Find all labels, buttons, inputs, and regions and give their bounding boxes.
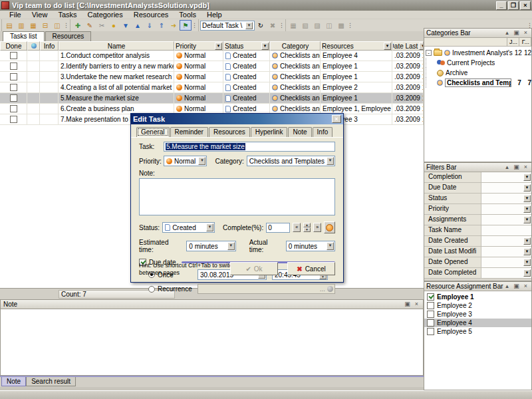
close-icon[interactable]: × [522,29,529,37]
spin-down-icon[interactable]: ▼ [303,227,311,232]
ok-button[interactable]: ✔ Ok [230,262,278,275]
done-checkbox[interactable] [10,52,17,59]
tab-reminder[interactable]: Reminder [170,127,208,137]
resource-checkbox[interactable] [427,293,434,301]
done-checkbox[interactable] [10,94,17,102]
collapse-icon[interactable]: ▴ [503,29,511,37]
chevron-down-icon[interactable]: ▼ [198,157,205,165]
tree-item-root[interactable]: - Investment Analyst's Solution 12 12 [424,48,531,58]
filter-dropdown-icon[interactable]: ▼ [523,237,531,245]
move-to-bottom-icon[interactable]: ⇓ [144,20,156,31]
group-tasks-icon[interactable]: ▨ [311,20,323,31]
tree-item-archive[interactable]: Archive [424,68,531,78]
toolbar-overflow-icon[interactable]: ⋮ [63,22,68,29]
toolbar-overflow-icon[interactable]: ⋮ [347,22,352,29]
task-view-combobox[interactable]: Default Task \ ▼ [200,21,255,31]
column-header-priority-icon[interactable] [27,41,40,51]
collapse-node-icon[interactable]: - [426,50,432,56]
done-checkbox[interactable] [10,116,17,123]
add-task-icon[interactable]: ✚ [72,20,84,31]
refresh-icon[interactable]: ▩ [335,20,347,31]
chevron-down-icon[interactable]: ▼ [206,223,213,231]
chevron-down-icon[interactable]: ▼ [327,242,334,250]
table-row-selected[interactable]: 5.Measure the market size Normal Created… [0,93,424,104]
tab-general[interactable]: General [136,127,170,137]
status-combobox[interactable]: Created ▼ [162,222,215,233]
column-header-status[interactable]: Status▼ [223,41,270,51]
done-checkbox[interactable] [10,63,17,70]
filter-value-field[interactable]: ▼ [481,247,531,257]
tree-item-current-projects[interactable]: Current Projects [424,58,531,68]
spin-up-icon[interactable]: ▲ [303,223,311,227]
tab-note[interactable]: Note [1,377,26,386]
dialog-close-button[interactable]: × [332,115,341,123]
column-header-resources[interactable]: Resources▼ [321,41,392,51]
filter-dropdown-icon[interactable]: ▼ [523,195,531,202]
spin-first-icon[interactable]: « [293,223,301,232]
table-row[interactable]: 4.Creating a list of all potential marke… [0,82,424,93]
menu-view[interactable]: View [27,11,53,19]
close-button[interactable]: × [520,1,531,10]
task-name-input[interactable]: 5.Measure the market size [164,142,335,152]
spin-down-icon[interactable]: ▼ [319,275,327,279]
filter-value-field[interactable]: ▼ [481,236,531,246]
print-icon[interactable]: ⊟ [39,20,51,31]
move-down-icon[interactable]: ▼ [120,20,132,31]
resource-item-employee-3[interactable]: Employee 3 [424,310,531,319]
cancel-button[interactable]: ✖ Cancel [287,262,335,275]
move-up-icon[interactable]: ▲ [132,20,144,31]
filter-value-field[interactable]: ▼ [481,268,531,278]
filter-dropdown-icon[interactable]: ▼ [523,205,531,213]
column-header-info[interactable]: Info [40,41,59,51]
tab-hyperlink[interactable]: Hyperlink [251,127,288,137]
tab-search-result[interactable]: Search result [26,377,76,386]
resource-item-employee-2[interactable]: Employee 2 [424,301,531,310]
filter-value-field[interactable]: ▼ [481,183,531,193]
count-column-2[interactable]: Г... [519,38,531,46]
menu-tools[interactable]: Tools [174,11,201,19]
filter-value-field[interactable]: ▼ [481,204,531,214]
filter-dropdown-icon[interactable]: ▼ [523,174,531,181]
resource-checkbox[interactable] [427,302,434,309]
recurrence-radio[interactable] [148,286,155,293]
resource-item-employee-1[interactable]: Employee 1 [424,293,531,301]
complete-input[interactable]: 0 [266,223,290,233]
spin-last-icon[interactable]: » [313,223,321,232]
filter-dropdown-icon[interactable]: ▼ [215,43,222,50]
find-tasks-icon[interactable]: ▦ [287,20,299,31]
apply-view-icon[interactable]: ↻ [255,20,267,31]
collapse-icon[interactable]: ▴ [503,164,511,171]
ellipsis-button[interactable]: ... [320,285,325,293]
column-header-done[interactable]: Done [0,41,27,51]
actual-time-combobox[interactable]: 0 minutes ▼ [286,241,335,251]
minimize-button[interactable]: _ [496,1,507,10]
chevron-down-icon[interactable]: ▼ [245,22,253,29]
filter-tasks-icon[interactable]: ▧ [299,20,311,31]
filter-value-field[interactable]: ▼ [481,215,531,225]
column-header-name[interactable]: Name [59,41,174,51]
filter-dropdown-icon[interactable]: ▼ [419,43,424,50]
note-text-area[interactable] [0,309,424,376]
category-combobox[interactable]: Checklists and Templates ▼ [247,156,335,166]
done-checkbox[interactable] [10,73,17,80]
filter-dropdown-icon[interactable]: ▼ [384,43,391,50]
columns-icon[interactable]: ◫ [323,20,335,31]
column-header-date-last[interactable]: Date Last▼ [392,41,424,51]
column-header-priority[interactable]: Priority▼ [174,41,223,51]
filter-dropdown-icon[interactable]: ▼ [523,248,531,255]
flag-icon[interactable]: ⚑ [180,20,192,31]
tab-resources[interactable]: Resources [209,127,250,137]
delete-view-icon[interactable]: ✖ [267,20,279,31]
tab-resources[interactable]: Resources [45,31,92,41]
pin-icon[interactable]: ▣ [513,29,520,37]
filter-value-field[interactable] [481,225,531,235]
tree-item-checklists-selected[interactable]: Checklists and Templates 7 7 [424,78,531,88]
pin-icon[interactable]: ▣ [513,164,520,171]
close-icon[interactable]: × [413,301,420,308]
collapse-icon[interactable]: ▴ [503,283,511,290]
menu-categories[interactable]: Categories [82,11,128,19]
done-checkbox[interactable] [10,84,17,91]
toolbar-overflow-icon[interactable]: ⋮ [279,22,284,29]
pin-icon[interactable]: ▣ [404,301,411,308]
tab-info[interactable]: Info [313,127,333,137]
